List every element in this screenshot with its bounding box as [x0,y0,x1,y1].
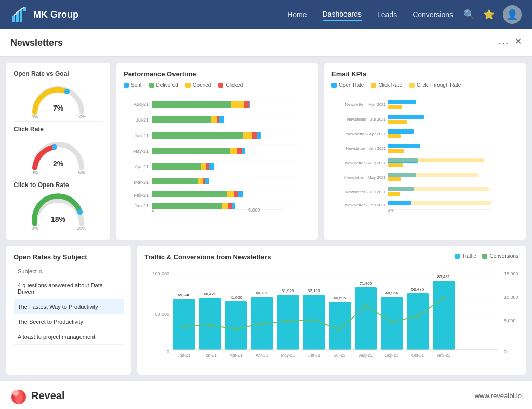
legend-opened: Opened [185,82,211,88]
open-rate-gauge-svg: 7% 0% 10% [30,82,87,116]
sort-icon[interactable]: ⇅ [38,269,43,274]
header-actions: ⋯ ✕ [498,36,522,49]
svg-rect-95 [388,129,414,134]
svg-rect-79 [228,203,232,209]
subject-row-2[interactable]: The Fastest Way to Productivity [14,299,124,314]
subject-name-1: 4 questions answered about Data-Driven [14,278,124,299]
kpi-panel: Open Rate vs Goal 7% 0% 10% [6,63,110,240]
star-icon[interactable]: ⭐ [483,9,495,20]
svg-rect-116 [388,201,411,205]
legend-open-rate: Open Rate [331,82,364,88]
legend-ctr-dot [409,83,415,88]
email-kpis-chart-svg: Newsletter - Mar 2021 Newsletter - Jul 2… [331,93,518,213]
nav-home[interactable]: Home [287,8,307,21]
open-rate-gauge: 7% 0% 10% [14,81,103,117]
svg-rect-134 [225,301,247,350]
email-kpis-legend: Open Rate Click Rate Click Through Rate [331,82,518,88]
page-title: Newsletters [10,37,63,48]
svg-text:0: 0 [504,349,507,354]
nav-dashboards[interactable]: Dashboards [323,8,362,21]
svg-text:Aug-21: Aug-21 [134,102,149,107]
svg-rect-69 [203,178,205,184]
legend-traffic-dot [455,254,460,259]
click-to-open-label: Click to Open Rate [14,181,103,189]
svg-text:5%: 5% [78,170,85,175]
legend-open-rate-dot [331,83,337,88]
click-to-open-gauge: 18% 0% 20% [14,192,103,228]
email-kpis-title: Email KPIs [331,70,518,78]
svg-text:50,000: 50,000 [155,312,169,317]
svg-rect-54 [252,132,257,139]
svg-rect-68 [198,178,203,184]
legend-click-rate-dot [371,83,376,88]
svg-text:Jul-21: Jul-21 [136,117,149,123]
svg-point-158 [338,328,341,331]
svg-rect-63 [201,163,206,170]
search-icon[interactable]: 🔍 [463,9,475,20]
svg-rect-140 [303,295,325,350]
svg-text:56,475: 56,475 [411,287,424,292]
legend-delivered: Delivered [149,82,178,88]
svg-text:Newsletter - Mar 2021: Newsletter - Mar 2021 [345,102,386,107]
svg-text:0%: 0% [31,226,38,231]
subject-table: Subject ⇅ 4 questions answered about Dat… [14,265,124,345]
subject-row-4[interactable]: A toast to project management [14,329,124,345]
open-rates-title: Open Rates by Subject [14,253,124,261]
svg-text:Newsletter - May 2021: Newsletter - May 2021 [344,175,387,180]
svg-rect-91 [388,100,416,104]
svg-text:Apr-21: Apr-21 [256,353,269,358]
subject-row-1[interactable]: 4 questions answered about Data-Driven [14,278,124,299]
svg-rect-142 [329,302,351,350]
close-icon[interactable]: ✕ [515,36,522,49]
avatar[interactable]: 👤 [503,5,522,24]
svg-rect-62 [152,163,180,170]
footer-logo: Reveal [10,387,65,405]
svg-text:0%: 0% [31,114,38,120]
svg-text:Jan-21: Jan-21 [178,353,191,358]
click-rate-label: Click Rate [14,126,103,133]
svg-text:Newsletter - Aug 2021: Newsletter - Aug 2021 [345,161,386,165]
footer: Reveal www.revealbi.io [0,381,532,409]
svg-rect-1 [16,12,19,22]
legend-conversions-label: Conversions [489,253,518,259]
svg-point-161 [416,314,419,318]
nav-conversions[interactable]: Conversions [413,8,453,21]
svg-rect-113 [388,187,489,191]
svg-rect-130 [173,299,195,350]
traffic-panel: Traffic & Conversions from Newsletters T… [137,246,526,375]
legend-clicked: Clicked [218,82,243,88]
svg-rect-53 [243,132,252,139]
open-rate-label: Open Rate vs Goal [14,70,103,77]
svg-text:Jul-21: Jul-21 [334,353,345,358]
svg-text:52,121: 52,121 [308,288,321,293]
svg-text:10,000: 10,000 [504,295,518,300]
svg-point-177 [12,390,19,396]
svg-rect-49 [217,116,219,123]
legend-traffic: Traffic [455,253,476,259]
svg-text:83,431: 83,431 [437,274,450,279]
click-to-open-section: Click to Open Rate 18% 0% 20% [14,181,103,232]
svg-text:10%: 10% [77,114,86,120]
svg-text:Newsletter - Jul 2021: Newsletter - Jul 2021 [347,117,387,122]
legend-open-rate-label: Open Rate [339,82,364,88]
subject-row-3[interactable]: The Secret to Productivity [14,314,124,329]
legend-delivered-dot [149,83,154,88]
svg-rect-109 [388,177,401,181]
svg-rect-94 [388,120,407,124]
svg-text:48,733: 48,733 [256,291,269,295]
subject-column-header: Subject ⇅ [14,265,124,278]
svg-text:Sep-21: Sep-21 [385,353,398,358]
nav-leads[interactable]: Leads [377,8,397,21]
svg-text:Oct-21: Oct-21 [411,353,424,358]
header: MK Group Home Dashboards Leads Conversio… [0,0,532,29]
svg-rect-57 [152,148,204,154]
click-rate-section: Click Rate 2% 0% 5% [14,126,103,177]
more-options-icon[interactable]: ⋯ [498,36,509,49]
svg-text:Mar-21: Mar-21 [229,353,243,358]
logo-text: MK Group [33,9,78,20]
svg-text:20%: 20% [77,226,86,231]
svg-text:0%: 0% [31,170,38,175]
legend-ctr-label: Click Through Rate [417,82,461,88]
svg-rect-148 [407,293,429,350]
svg-text:0%: 0% [388,208,394,213]
